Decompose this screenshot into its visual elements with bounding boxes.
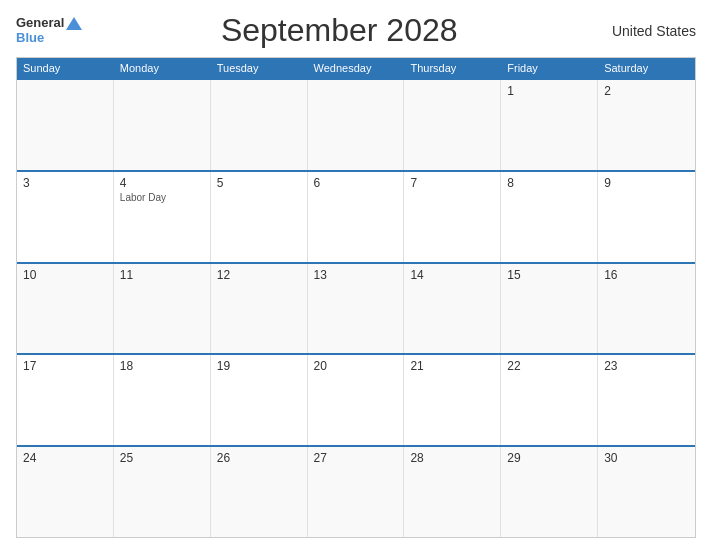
day-cell: 8 <box>501 172 598 262</box>
day-cell: 2 <box>598 80 695 170</box>
week-row: 34Labor Day56789 <box>17 170 695 262</box>
day-number: 29 <box>507 451 591 465</box>
logo-general-text: General <box>16 16 64 30</box>
day-number: 6 <box>314 176 398 190</box>
day-number: 3 <box>23 176 107 190</box>
day-cell: 10 <box>17 264 114 354</box>
week-row: 10111213141516 <box>17 262 695 354</box>
weeks: 1234Labor Day567891011121314151617181920… <box>17 78 695 537</box>
day-cell: 15 <box>501 264 598 354</box>
day-cell: 23 <box>598 355 695 445</box>
logo: General Blue <box>16 16 82 45</box>
day-cell: 21 <box>404 355 501 445</box>
day-cell: 17 <box>17 355 114 445</box>
logo-blue-text: Blue <box>16 31 82 45</box>
day-cell: 24 <box>17 447 114 537</box>
day-header-saturday: Saturday <box>598 58 695 78</box>
day-cell: 26 <box>211 447 308 537</box>
day-cell: 3 <box>17 172 114 262</box>
day-cell: 30 <box>598 447 695 537</box>
day-cell <box>308 80 405 170</box>
day-number: 24 <box>23 451 107 465</box>
day-cell: 12 <box>211 264 308 354</box>
header: General Blue September 2028 United State… <box>16 12 696 49</box>
day-cell: 20 <box>308 355 405 445</box>
day-number: 14 <box>410 268 494 282</box>
day-header-friday: Friday <box>501 58 598 78</box>
day-header-tuesday: Tuesday <box>211 58 308 78</box>
day-cell: 1 <box>501 80 598 170</box>
day-cell: 5 <box>211 172 308 262</box>
day-number: 30 <box>604 451 689 465</box>
week-row: 12 <box>17 78 695 170</box>
day-cell: 7 <box>404 172 501 262</box>
day-event: Labor Day <box>120 192 204 203</box>
page: General Blue September 2028 United State… <box>0 0 712 550</box>
day-number: 22 <box>507 359 591 373</box>
day-number: 4 <box>120 176 204 190</box>
day-number: 15 <box>507 268 591 282</box>
day-cell: 28 <box>404 447 501 537</box>
day-number: 7 <box>410 176 494 190</box>
day-number: 26 <box>217 451 301 465</box>
day-cell <box>17 80 114 170</box>
day-cell <box>114 80 211 170</box>
day-number: 5 <box>217 176 301 190</box>
logo-triangle-icon <box>66 17 82 30</box>
week-row: 24252627282930 <box>17 445 695 537</box>
day-number: 20 <box>314 359 398 373</box>
day-cell: 27 <box>308 447 405 537</box>
day-number: 16 <box>604 268 689 282</box>
day-number: 12 <box>217 268 301 282</box>
day-number: 18 <box>120 359 204 373</box>
day-cell: 4Labor Day <box>114 172 211 262</box>
day-number: 25 <box>120 451 204 465</box>
day-cell <box>211 80 308 170</box>
day-cell: 16 <box>598 264 695 354</box>
day-number: 19 <box>217 359 301 373</box>
day-number: 21 <box>410 359 494 373</box>
day-cell: 18 <box>114 355 211 445</box>
page-title: September 2028 <box>82 12 596 49</box>
day-cell: 13 <box>308 264 405 354</box>
day-cell: 14 <box>404 264 501 354</box>
day-number: 2 <box>604 84 689 98</box>
day-headers: SundayMondayTuesdayWednesdayThursdayFrid… <box>17 58 695 78</box>
country-label: United States <box>596 23 696 39</box>
day-cell: 19 <box>211 355 308 445</box>
week-row: 17181920212223 <box>17 353 695 445</box>
day-header-thursday: Thursday <box>404 58 501 78</box>
calendar: SundayMondayTuesdayWednesdayThursdayFrid… <box>16 57 696 538</box>
day-cell: 9 <box>598 172 695 262</box>
day-cell <box>404 80 501 170</box>
day-number: 27 <box>314 451 398 465</box>
day-cell: 25 <box>114 447 211 537</box>
day-cell: 6 <box>308 172 405 262</box>
day-number: 9 <box>604 176 689 190</box>
day-number: 11 <box>120 268 204 282</box>
day-number: 13 <box>314 268 398 282</box>
day-number: 17 <box>23 359 107 373</box>
day-header-sunday: Sunday <box>17 58 114 78</box>
day-number: 10 <box>23 268 107 282</box>
day-header-wednesday: Wednesday <box>308 58 405 78</box>
day-number: 8 <box>507 176 591 190</box>
day-cell: 22 <box>501 355 598 445</box>
day-number: 23 <box>604 359 689 373</box>
day-number: 28 <box>410 451 494 465</box>
day-cell: 29 <box>501 447 598 537</box>
day-header-monday: Monday <box>114 58 211 78</box>
day-number: 1 <box>507 84 591 98</box>
day-cell: 11 <box>114 264 211 354</box>
